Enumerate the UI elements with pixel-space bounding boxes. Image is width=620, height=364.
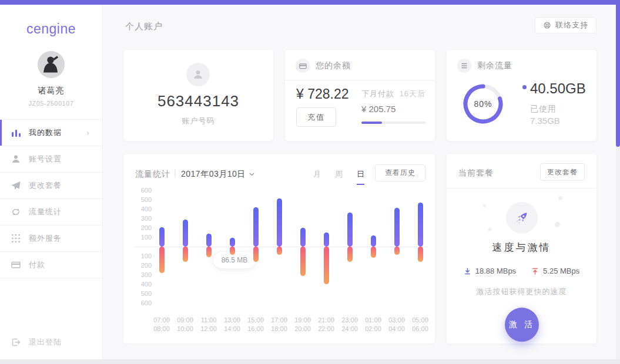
recharge-button[interactable]: 充值: [296, 107, 336, 127]
download-speed: 18.88 MBps: [464, 267, 516, 275]
chart-bar-down[interactable]: [206, 247, 212, 257]
account-number-label: 账户号码: [123, 116, 273, 126]
user-icon: [11, 154, 21, 164]
y-tick-label: 100: [129, 234, 152, 241]
sidebar: cengine 诸葛亮 JZ05-2500107 我的数据 ›: [0, 5, 103, 359]
avatar: [38, 51, 65, 78]
decorative-dot: [488, 228, 491, 231]
activate-button[interactable]: 激 活: [505, 308, 539, 342]
plan-icon-bubble: [506, 202, 538, 234]
y-tick-label: 400: [129, 205, 152, 213]
decorative-dot: [483, 204, 486, 207]
change-plan-button[interactable]: 更改套餐: [540, 163, 585, 181]
chart-bar-up[interactable]: [371, 235, 376, 247]
download-speed-value: 18.88 MBps: [475, 267, 516, 275]
chart-bar-down[interactable]: [324, 247, 329, 284]
chart-bar-up[interactable]: [206, 234, 212, 247]
plan-name: 速度与激情: [447, 241, 596, 254]
download-icon: [464, 267, 471, 275]
y-tick-label: 200: [129, 224, 152, 231]
payment-progress-track: [361, 122, 426, 124]
chart-bar-up[interactable]: [324, 232, 329, 247]
balance-amount: ¥ 728.22: [296, 86, 349, 102]
sidebar-item-extra-services[interactable]: 额外服务: [0, 225, 102, 251]
chart-bar-up[interactable]: [230, 238, 235, 247]
chart-bar-up[interactable]: [183, 220, 188, 247]
plan-speeds: 18.88 MBps 5.25 MBps: [447, 267, 596, 275]
brand-logo: cengine: [0, 21, 102, 37]
activate-hint: 激活按钮获得更快的速度: [447, 287, 596, 297]
balance-card-header: 您的余额: [296, 59, 351, 73]
y-tick-label: 200: [129, 262, 152, 269]
x-tick-label: 21:0022:00: [313, 316, 339, 333]
credit-card-icon: [11, 260, 21, 269]
avatar-photo-silhouette: [38, 51, 65, 78]
account-number-card: 563443143 账户号码: [123, 50, 273, 141]
logout-icon: [11, 338, 21, 347]
sidebar-item-change-plan[interactable]: 更改套餐: [0, 172, 102, 198]
chart-bar-down[interactable]: [159, 247, 165, 273]
chart-bar-down[interactable]: [394, 247, 400, 255]
divider: [447, 188, 596, 188]
chart-tooltip: 86.5 MB: [213, 251, 256, 269]
upload-icon: [531, 267, 539, 275]
chart-bar-up[interactable]: [394, 208, 400, 247]
next-payment-label: 下月付款: [361, 89, 394, 98]
x-tick-label: 01:0002:00: [360, 316, 386, 333]
used-data-value: 7.35GB: [530, 116, 560, 126]
y-tick-label: 100: [129, 252, 152, 259]
contact-support-label: 联络支持: [555, 20, 588, 31]
chart-bar-up[interactable]: [347, 213, 353, 247]
upload-speed-value: 5.25 MBps: [543, 267, 579, 275]
chart-bar-up[interactable]: [277, 198, 282, 247]
balance-card: 您的余额 ¥ 728.22 充值 下月付款 16天后 ¥ 205.75: [285, 50, 435, 141]
y-tick-label: 400: [129, 281, 152, 288]
chart-bar-down[interactable]: [277, 247, 282, 255]
x-tick-label: 05:0006:00: [407, 316, 433, 333]
page-title: 个人账户: [125, 21, 163, 32]
chevron-right-icon: ›: [86, 128, 89, 137]
sidebar-item-label: 我的数据: [29, 127, 62, 138]
chart-bar-down[interactable]: [253, 247, 259, 262]
x-tick-label: 09:0010:00: [172, 316, 198, 333]
current-plan-title: 当前套餐: [458, 168, 494, 178]
bar-chart-icon: [11, 128, 21, 137]
x-tick-label: 13:0014:00: [219, 316, 245, 333]
used-data-label: 已使用: [530, 104, 557, 114]
remaining-data-value: 40.50GB: [530, 80, 586, 97]
grid-dots-icon: [11, 234, 21, 243]
x-tick-label: 23:0024:00: [337, 316, 363, 333]
list-icon: [457, 59, 471, 73]
paper-plane-icon: [11, 181, 21, 190]
chart-bar-up[interactable]: [159, 227, 165, 247]
contact-support-button[interactable]: 联络支持: [535, 17, 596, 33]
logout-label: 退出登陆: [29, 337, 62, 348]
chart-bar-up[interactable]: [253, 207, 259, 247]
sidebar-item-traffic-stats[interactable]: 流量统计: [0, 198, 102, 225]
chart-bar-up[interactable]: [418, 203, 423, 247]
logout-button[interactable]: 退出登陆: [11, 337, 62, 348]
scrollbar-thumb[interactable]: [616, 0, 620, 147]
user-icon: [186, 63, 210, 86]
sidebar-menu: 我的数据 › 账号设置 更改套餐: [0, 119, 102, 278]
upload-speed: 5.25 MBps: [531, 267, 579, 275]
payment-progress-fill: [361, 122, 382, 124]
decorative-dot: [558, 196, 562, 200]
balance-title: 您的余额: [316, 60, 351, 71]
remaining-data-header: 剩余流量: [457, 59, 512, 73]
credit-card-icon: [296, 59, 310, 73]
user-id: JZ05-2500107: [0, 100, 102, 107]
sidebar-item-my-data[interactable]: 我的数据 ›: [0, 119, 102, 146]
chart-bar-down[interactable]: [300, 247, 306, 276]
sidebar-item-label: 账号设置: [29, 154, 62, 164]
chart-bar-down[interactable]: [230, 247, 235, 255]
sidebar-item-payment[interactable]: 付款: [0, 251, 102, 278]
chart-bar-down[interactable]: [418, 247, 423, 262]
chart-bar-down[interactable]: [347, 247, 353, 262]
chart-bar-down[interactable]: [183, 247, 188, 262]
sidebar-item-account-settings[interactable]: 账号设置: [0, 146, 102, 172]
chart-bar-down[interactable]: [371, 247, 376, 258]
x-tick-label: 15:0016:00: [243, 316, 269, 333]
chart-bar-up[interactable]: [300, 228, 306, 247]
sidebar-item-label: 更改套餐: [29, 180, 62, 191]
